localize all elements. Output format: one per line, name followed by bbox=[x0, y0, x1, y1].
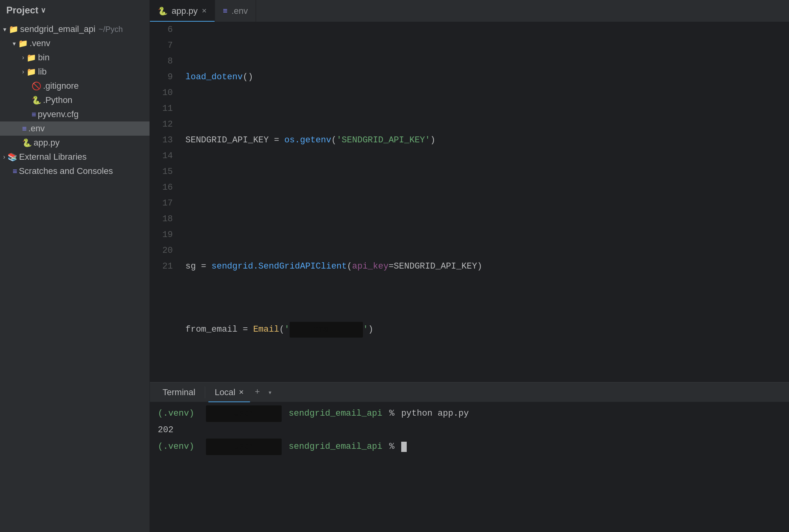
tab-label: app.py bbox=[172, 6, 198, 16]
gitignore-icon: 🚫 bbox=[32, 81, 41, 91]
folder-icon: 📁 bbox=[9, 24, 19, 34]
tab-close-icon[interactable]: ✕ bbox=[202, 7, 207, 15]
tree-item-label: External Libraries bbox=[19, 152, 86, 162]
terminal-venv-1: (.venv) bbox=[158, 405, 194, 422]
tree-item-label: bin bbox=[38, 52, 49, 63]
code-token: load_dotenv bbox=[185, 69, 243, 85]
tree-item-label: Scratches and Consoles bbox=[19, 166, 113, 176]
terminal-area: Terminal Local ✕ + ▾ (.venv) user sendgr… bbox=[150, 382, 789, 532]
tree-item-label: .venv bbox=[30, 38, 50, 49]
tree-item-scratches[interactable]: ≡ Scratches and Consoles bbox=[0, 164, 150, 178]
tree-item-root[interactable]: ▾ 📁 sendgrid_email_api ~/Pych bbox=[0, 22, 150, 36]
sidebar: Project ∨ ▾ 📁 sendgrid_email_api ~/Pych … bbox=[0, 0, 150, 532]
cfg-icon: ≡ bbox=[32, 110, 36, 119]
terminal-output-202: 202 bbox=[158, 422, 174, 439]
terminal-cursor bbox=[401, 442, 407, 452]
sidebar-header: Project ∨ bbox=[0, 0, 150, 21]
code-line-8 bbox=[185, 196, 781, 211]
terminal-path-1: sendgrid_email_api bbox=[283, 405, 382, 422]
terminal-add-button[interactable]: + bbox=[252, 386, 263, 399]
terminal-title: Terminal bbox=[163, 387, 195, 398]
tree-item-label: .Python bbox=[43, 95, 73, 105]
code-line-10: from_email = Email('email') bbox=[185, 322, 781, 338]
terminal-tabs-bar: Terminal Local ✕ + ▾ bbox=[150, 383, 789, 402]
code-editor: 6 7 8 9 10 11 12 13 14 15 16 17 18 19 20… bbox=[150, 22, 789, 382]
terminal-user-redacted-2: user bbox=[206, 439, 282, 455]
tree-item-app-py[interactable]: 🐍 app.py bbox=[0, 136, 150, 150]
line-numbers: 6 7 8 9 10 11 12 13 14 15 16 17 18 19 20… bbox=[150, 22, 178, 382]
tree-item-label: sendgrid_email_api bbox=[20, 24, 95, 34]
tree-item-bin[interactable]: › 📁 bin bbox=[0, 50, 150, 65]
project-chevron-icon[interactable]: ∨ bbox=[41, 6, 46, 15]
terminal-line-1: (.venv) user sendgrid_email_api % python… bbox=[158, 405, 781, 422]
code-line-7: SENDGRID_API_KEY = os.getenv('SENDGRID_A… bbox=[185, 133, 781, 148]
terminal-user-redacted-1: user bbox=[206, 405, 282, 422]
tree-item-lib[interactable]: › 📁 lib bbox=[0, 65, 150, 79]
root-path: ~/Pych bbox=[99, 25, 123, 34]
terminal-local-label: Local bbox=[215, 387, 236, 398]
tree-item-label: .gitignore bbox=[43, 81, 79, 91]
terminal-chevron-icon[interactable]: ▾ bbox=[265, 386, 275, 398]
terminal-venv-2: (.venv) bbox=[158, 439, 194, 455]
tab-label: .env bbox=[232, 6, 248, 16]
terminal-tab-local[interactable]: Local ✕ bbox=[208, 385, 250, 400]
env-tab-icon: ≡ bbox=[223, 6, 228, 15]
file-tree: ▾ 📁 sendgrid_email_api ~/Pych ▾ 📁 .venv … bbox=[0, 21, 150, 532]
tree-item-label: pyvenv.cfg bbox=[38, 109, 79, 119]
tree-item-label: .env bbox=[28, 123, 45, 134]
arrow-right-icon: › bbox=[3, 153, 5, 161]
tree-item-label: app.py bbox=[34, 138, 60, 148]
terminal-line-3: (.venv) user sendgrid_email_api % bbox=[158, 439, 781, 455]
tree-item-pyvenv[interactable]: ≡ pyvenv.cfg bbox=[0, 107, 150, 121]
arrow-down-icon: ▾ bbox=[13, 40, 16, 47]
code-line-9: sg = sendgrid.SendGridAPIClient(api_key=… bbox=[185, 259, 781, 274]
terminal-content: (.venv) user sendgrid_email_api % python… bbox=[150, 402, 789, 532]
python-tab-icon: 🐍 bbox=[158, 6, 168, 16]
tree-item-label: lib bbox=[38, 67, 47, 77]
tree-item-extlibs[interactable]: › 📚 External Libraries bbox=[0, 150, 150, 164]
python-icon: 🐍 bbox=[22, 138, 32, 147]
tree-item-gitignore[interactable]: 🚫 .gitignore bbox=[0, 79, 150, 93]
code-lines: load_dotenv() SENDGRID_API_KEY = os.gete… bbox=[178, 22, 789, 382]
env-icon: ≡ bbox=[22, 124, 27, 133]
tab-env[interactable]: ≡ .env bbox=[215, 0, 256, 22]
extlib-icon: 📚 bbox=[7, 152, 17, 162]
code-line-6: load_dotenv() bbox=[185, 69, 781, 85]
tree-item-venv[interactable]: ▾ 📁 .venv bbox=[0, 36, 150, 50]
scratches-icon: ≡ bbox=[13, 167, 17, 176]
terminal-path-2: sendgrid_email_api bbox=[283, 439, 382, 455]
venv-folder-icon: 📁 bbox=[18, 39, 28, 48]
tree-item-env[interactable]: ≡ .env bbox=[0, 121, 150, 136]
tree-item-python-link[interactable]: 🐍 .Python bbox=[0, 93, 150, 107]
arrow-right-icon: › bbox=[22, 54, 24, 61]
tab-app-py[interactable]: 🐍 app.py ✕ bbox=[150, 0, 215, 22]
tabs-bar: 🐍 app.py ✕ ≡ .env bbox=[150, 0, 789, 22]
editor-area: 🐍 app.py ✕ ≡ .env 6 7 8 9 10 11 12 13 14 bbox=[150, 0, 789, 532]
terminal-cmd-1: python app.py bbox=[401, 405, 469, 422]
divider bbox=[205, 386, 205, 398]
python-link-icon: 🐍 bbox=[32, 95, 41, 105]
arrow-down-icon: ▾ bbox=[3, 26, 6, 33]
bin-folder-icon: 📁 bbox=[26, 53, 36, 62]
lib-folder-icon: 📁 bbox=[26, 67, 36, 77]
terminal-tab-label: Terminal bbox=[156, 385, 202, 400]
project-label: Project bbox=[6, 5, 38, 16]
arrow-right-icon: › bbox=[22, 68, 24, 75]
terminal-tab-close-icon[interactable]: ✕ bbox=[239, 388, 244, 396]
terminal-line-2: 202 bbox=[158, 422, 781, 439]
